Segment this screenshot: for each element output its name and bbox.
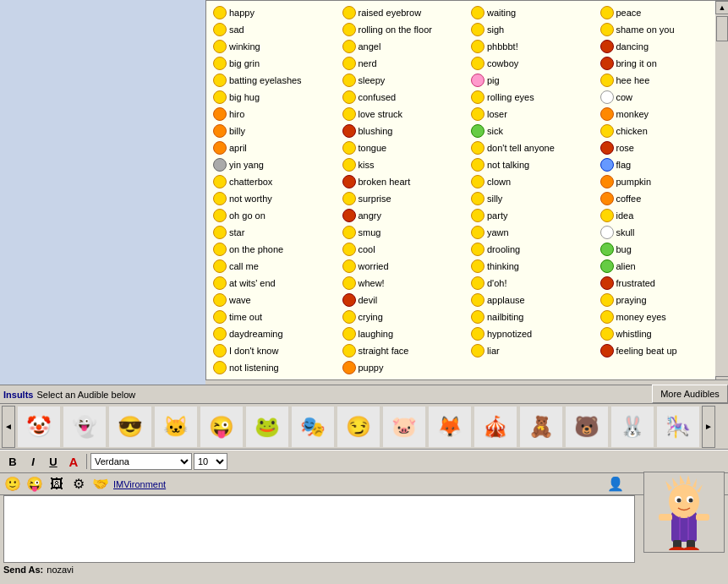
smiley-icon[interactable]: 🙂 (3, 475, 22, 494)
emoji-item-tongue[interactable]: tongue (339, 139, 468, 156)
emoji-item-angel[interactable]: angel (339, 38, 468, 55)
emoji-item-waiting[interactable]: waiting (468, 4, 597, 21)
emoji-item-big-hug[interactable]: big hug (210, 89, 339, 106)
emoji-item-nailbiting[interactable]: nailbiting (468, 308, 597, 325)
audible-item-a12[interactable]: 🧸 (519, 406, 563, 448)
audible-item-a7[interactable]: 🎭 (291, 406, 335, 448)
emoji-item-sleepy[interactable]: sleepy (339, 72, 468, 89)
emoji-item-pumpkin[interactable]: pumpkin (597, 173, 726, 190)
emoji-item-not-talking[interactable]: not talking (468, 156, 597, 173)
settings-icon[interactable]: ⚙ (69, 475, 88, 494)
bold-button[interactable]: B (3, 452, 22, 471)
audible-item-a11[interactable]: 🎪 (473, 406, 517, 448)
scrollbar-down-btn[interactable]: ▼ (715, 376, 728, 380)
audible-item-a5[interactable]: 😜 (200, 406, 244, 448)
emoji-item-idea[interactable]: idea (597, 207, 726, 224)
emoji-item-billy[interactable]: billy (210, 123, 339, 139)
size-select[interactable]: 89101112141618202428 (194, 453, 227, 470)
emoji-item-skull[interactable]: skull (597, 224, 726, 241)
emoji-item-praying[interactable]: praying (597, 292, 726, 308)
emoji-item-alien[interactable]: alien (597, 258, 726, 275)
emoji-item-peace[interactable]: peace (597, 4, 726, 21)
emoji-item-not-worthy[interactable]: not worthy (210, 190, 339, 207)
emoji-item-call-me[interactable]: call me (210, 258, 339, 275)
audibles-scroll-right[interactable]: ► (702, 406, 715, 448)
emoji-item-flag[interactable]: flag (597, 156, 726, 173)
audible-item-a15[interactable]: 🎠 (656, 406, 700, 448)
emoji-item-sad[interactable]: sad (210, 21, 339, 38)
handshake-icon[interactable]: 🤝 (91, 475, 110, 494)
audible-item-a8[interactable]: 😏 (337, 406, 380, 448)
emoji-item-not-listening[interactable]: not listening (210, 359, 339, 376)
emoji-item-chatterbox[interactable]: chatterbox (210, 173, 339, 190)
emoji-item-coffee[interactable]: coffee (597, 190, 726, 207)
emoji-item-smug[interactable]: smug (339, 224, 468, 241)
emoji-item-monkey[interactable]: monkey (597, 106, 726, 123)
emoji-item-whew[interactable]: whew! (339, 275, 468, 292)
emoji-item-phbbbt[interactable]: phbbbt! (468, 38, 597, 55)
audible-item-a13[interactable]: 🐻 (565, 406, 609, 448)
emoji-item-love-struck[interactable]: love struck (339, 106, 468, 123)
emoji-item-rolling-on-the-floor[interactable]: rolling on the floor (339, 21, 468, 38)
emoji-item-chicken[interactable]: chicken (597, 123, 726, 139)
scrollbar-thumb[interactable] (716, 16, 728, 41)
emoji-item-loser[interactable]: loser (468, 106, 597, 123)
emoji-item-cow[interactable]: cow (597, 89, 726, 106)
emoji-item-shame-on-you[interactable]: shame on you (597, 21, 726, 38)
emoji-item-pig[interactable]: pig (468, 72, 597, 89)
emoji-item-liar[interactable]: liar (468, 342, 597, 359)
italic-button[interactable]: I (24, 452, 42, 471)
emoji-item-surprise[interactable]: surprise (339, 190, 468, 207)
emoji-item-blushing[interactable]: blushing (339, 123, 468, 139)
emoji-item-broken-heart[interactable]: broken heart (339, 173, 468, 190)
emoji-item-rolling-eyes[interactable]: rolling eyes (468, 89, 597, 106)
emoji-item-devil[interactable]: devil (339, 292, 468, 308)
emoji-item-april[interactable]: april (210, 139, 339, 156)
emoji-item-whistling[interactable]: whistling (597, 325, 726, 342)
emoji-item-dont-tell-anyone[interactable]: don't tell anyone (468, 139, 597, 156)
emoji-item-yawn[interactable]: yawn (468, 224, 597, 241)
font-select[interactable]: ArialComic Sans MSCourier NewGeorgiaTime… (90, 453, 192, 470)
emoji-item-hypnotized[interactable]: hypnotized (468, 325, 597, 342)
emoji-item-bring-it-on[interactable]: bring it on (597, 55, 726, 72)
audible-item-a3[interactable]: 😎 (108, 406, 152, 448)
message-input[interactable] (4, 496, 634, 562)
emoji-item-silly[interactable]: silly (468, 190, 597, 207)
emoji-item-bug[interactable]: bug (597, 241, 726, 258)
emoji-item-angry[interactable]: angry (339, 207, 468, 224)
emoji-item-on-the-phone[interactable]: on the phone (210, 241, 339, 258)
wink-icon[interactable]: 😜 (25, 475, 44, 494)
audible-item-a1[interactable]: 🤡 (17, 406, 61, 448)
emoji-item-clown[interactable]: clown (468, 173, 597, 190)
emoji-item-dancing[interactable]: dancing (597, 38, 726, 55)
emoji-item-worried[interactable]: worried (339, 258, 468, 275)
audible-item-a10[interactable]: 🦊 (428, 406, 472, 448)
scrollbar-up-btn[interactable]: ▲ (715, 1, 728, 14)
emoji-item-crying[interactable]: crying (339, 308, 468, 325)
emoji-item-sigh[interactable]: sigh (468, 21, 597, 38)
audibles-scroll-left[interactable]: ◄ (2, 406, 15, 448)
emoji-item-applause[interactable]: applause (468, 292, 597, 308)
emoji-item-batting-eyelashes[interactable]: batting eyelashes (210, 72, 339, 89)
emoji-item-thinking[interactable]: thinking (468, 258, 597, 275)
emoji-item-money-eyes[interactable]: money eyes (597, 308, 726, 325)
emoji-item-sick[interactable]: sick (468, 123, 597, 139)
emoji-item-straight-face[interactable]: straight face (339, 342, 468, 359)
emoji-item-confused[interactable]: confused (339, 89, 468, 106)
emoji-item-frustrated[interactable]: frustrated (597, 275, 726, 292)
emoji-item-kiss[interactable]: kiss (339, 156, 468, 173)
emoji-item-nerd[interactable]: nerd (339, 55, 468, 72)
audible-item-a14[interactable]: 🐰 (610, 406, 654, 448)
emoji-item-oh-go-on[interactable]: oh go on (210, 207, 339, 224)
emoji-item-winking[interactable]: winking (210, 38, 339, 55)
emoji-item-hiro[interactable]: hiro (210, 106, 339, 123)
more-audibles-button[interactable]: More Audibles (652, 385, 728, 403)
audible-item-a6[interactable]: 🐸 (245, 406, 289, 448)
emoji-item-rose[interactable]: rose (597, 139, 726, 156)
emoji-item-i-dont-know[interactable]: I don't know (210, 342, 339, 359)
emoji-item-happy[interactable]: happy (210, 4, 339, 21)
emoji-item-star[interactable]: star (210, 224, 339, 241)
emoji-item-raised-eyebrow[interactable]: raised eyebrow (339, 4, 468, 21)
background-icon[interactable]: 🖼 (47, 475, 66, 494)
emoji-item-cool[interactable]: cool (339, 241, 468, 258)
